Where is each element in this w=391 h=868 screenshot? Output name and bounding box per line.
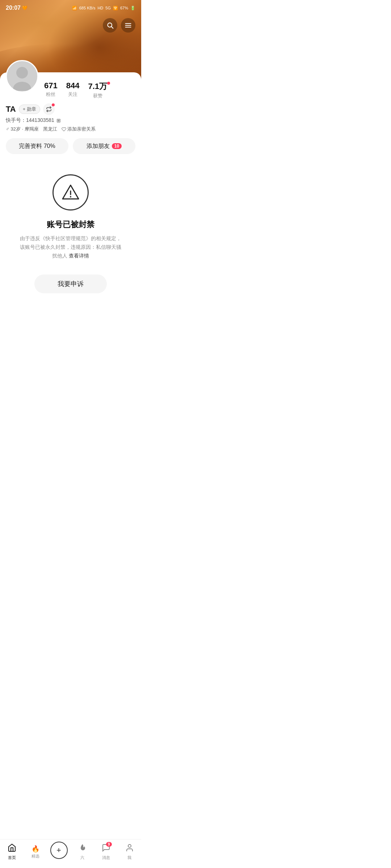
svg-line-1 <box>112 27 113 29</box>
time-display: 20:07 <box>6 5 21 11</box>
intimacy-link[interactable]: 添加亲密关系 <box>62 126 96 132</box>
complete-profile-button[interactable]: 完善资料 70% <box>6 138 68 154</box>
status-right: 📶 685 KB/s HD 5G 🛜 67% 🔋 <box>72 6 135 10</box>
likes-count: 7.1万 <box>88 81 107 92</box>
status-bar: 20:07 🧡 📶 685 KB/s HD 5G 🛜 67% 🔋 <box>0 0 141 16</box>
avatar-container <box>6 60 38 93</box>
likes-stat[interactable]: 7.1万 获赞 <box>88 81 107 99</box>
likes-dot <box>107 82 110 85</box>
heart-icon: 🧡 <box>22 5 28 10</box>
profile-name: TA <box>6 105 16 114</box>
banned-description: 由于违反《快手社区管理规范》的相关规定，该账号已被永久封禁，违规原因：私信聊天骚… <box>20 234 121 260</box>
network-type: 5G <box>105 6 111 10</box>
followers-count: 671 <box>44 81 58 90</box>
hd-badge: HD <box>97 6 103 10</box>
profile-section: 671 粉丝 844 关注 7.1万 获赞 TA + 勋章 <box>0 72 141 160</box>
gender-age-tag: ♂ 32岁 · 摩羯座 <box>6 126 39 132</box>
name-row: TA + 勋章 <box>6 103 135 115</box>
transfer-button[interactable] <box>43 103 55 115</box>
badge-button[interactable]: + 勋章 <box>19 105 40 114</box>
avatar[interactable] <box>6 60 38 93</box>
qr-code-icon[interactable]: ⊞ <box>56 118 61 123</box>
following-count: 844 <box>66 81 80 90</box>
following-stat[interactable]: 844 关注 <box>66 81 80 99</box>
search-button[interactable] <box>103 18 117 33</box>
kuaishou-id-row: 快手号：1441303581 ⊞ <box>6 117 135 124</box>
transfer-dot <box>52 103 55 106</box>
location-tag: 黑龙江 <box>43 126 57 132</box>
followers-label: 粉丝 <box>46 91 55 98</box>
add-friend-badge: 10 <box>112 143 122 149</box>
followers-stat[interactable]: 671 粉丝 <box>44 81 58 99</box>
warning-icon <box>60 182 81 203</box>
menu-button[interactable] <box>121 18 135 33</box>
likes-label: 获赞 <box>93 93 102 99</box>
top-actions <box>103 18 135 33</box>
battery-display: 67% <box>120 6 128 10</box>
banned-content: 账号已被封禁 由于违反《快手社区管理规范》的相关规定，该账号已被永久封禁，违规原… <box>0 160 141 301</box>
svg-point-9 <box>70 196 71 197</box>
svg-point-6 <box>16 67 28 78</box>
battery-icon: 🔋 <box>130 6 135 10</box>
warning-circle <box>52 174 89 210</box>
profile-header: 671 粉丝 844 关注 7.1万 获赞 <box>6 72 135 99</box>
add-friend-button[interactable]: 添加朋友 10 <box>73 138 135 154</box>
tags-row: ♂ 32岁 · 摩羯座 黑龙江 添加亲密关系 <box>6 126 135 132</box>
signal-strength: 📶 <box>72 6 77 10</box>
detail-link[interactable]: 查看详情 <box>69 253 89 259</box>
following-label: 关注 <box>68 91 77 98</box>
wifi-icon: 🛜 <box>113 6 118 10</box>
status-time: 20:07 🧡 <box>6 5 28 11</box>
banned-title: 账号已被封禁 <box>47 219 94 230</box>
network-speed: 685 KB/s <box>79 6 96 10</box>
action-buttons: 完善资料 70% 添加朋友 10 <box>6 138 135 154</box>
kuaishou-id: 快手号：1441303581 <box>6 117 54 124</box>
appeal-button[interactable]: 我要申诉 <box>34 275 107 293</box>
stats-row: 671 粉丝 844 关注 7.1万 获赞 <box>44 78 135 99</box>
